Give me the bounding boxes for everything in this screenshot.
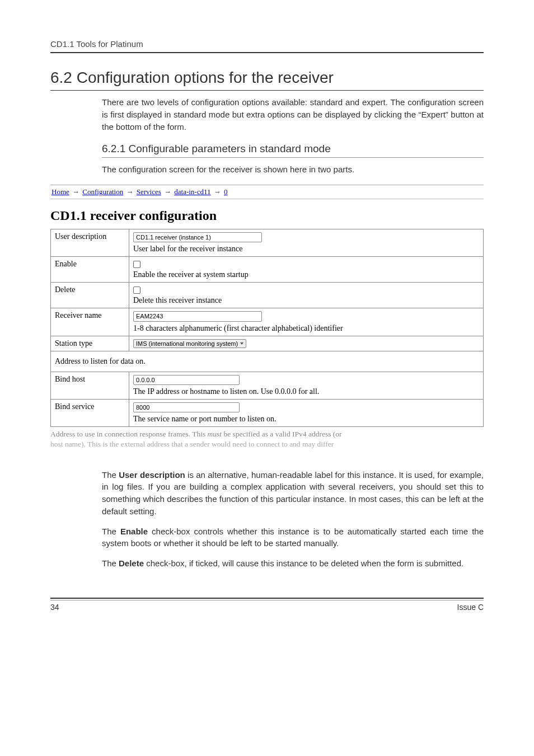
bind-host-input[interactable]: 0.0.0.0	[133, 375, 240, 385]
label-user-description: User description	[51, 229, 129, 257]
page-number: 34	[50, 603, 59, 612]
explain-user-description: The User description is an alternative, …	[102, 469, 484, 518]
row-receiver-name: Receiver name EAM2243 1-8 characters alp…	[51, 308, 484, 336]
delete-help: Delete this receiver instance	[133, 296, 479, 305]
config-table: User description CD1.1 receiver (instanc…	[50, 229, 484, 427]
breadcrumb-data-in-cd11[interactable]: data-in-cd11	[174, 187, 210, 196]
station-type-select[interactable]: IMS (international monitoring system)	[133, 339, 246, 348]
breadcrumb-sep: →	[213, 187, 222, 196]
delete-checkbox[interactable]	[133, 287, 140, 294]
breadcrumb-home[interactable]: Home	[51, 187, 69, 196]
user-description-help: User label for the receiver instance	[133, 245, 479, 253]
intro-paragraph: There are two levels of configuration op…	[102, 96, 484, 133]
label-receiver-name: Receiver name	[51, 308, 129, 336]
breadcrumb-services[interactable]: Services	[137, 187, 161, 196]
label-delete: Delete	[51, 283, 129, 308]
faded-cutoff-text: Address to use in connection response fr…	[50, 429, 484, 449]
embedded-screenshot: Home → Configuration → Services → data-i…	[50, 185, 484, 450]
label-bind-host: Bind host	[51, 372, 129, 399]
row-station-type: Station type IMS (international monitori…	[51, 336, 484, 351]
breadcrumb-configuration[interactable]: Configuration	[82, 187, 123, 196]
running-header: CD1.1 Tools for Platinum	[50, 39, 484, 53]
row-address-section: Address to listen for data on.	[51, 351, 484, 372]
page-footer: 34 Issue C	[50, 600, 484, 612]
user-description-input[interactable]: CD1.1 receiver (instance 1)	[133, 232, 262, 242]
subsection-intro: The configuration screen for the receive…	[102, 163, 484, 176]
row-bind-host: Bind host 0.0.0.0 The IP address or host…	[51, 372, 484, 399]
bind-host-help: The IP address or hostname to listen on.…	[133, 387, 479, 396]
explain-enable: The Enable check-box controls whether th…	[102, 525, 484, 550]
bind-service-help: The service name or port number to liste…	[133, 415, 479, 424]
receiver-name-input[interactable]: EAM2243	[133, 311, 262, 321]
label-station-type: Station type	[51, 336, 129, 351]
breadcrumb-sep: →	[125, 187, 134, 196]
breadcrumb: Home → Configuration → Services → data-i…	[50, 185, 484, 199]
breadcrumb-instance-0[interactable]: 0	[224, 187, 228, 196]
issue-label: Issue C	[457, 603, 484, 612]
explain-delete: The Delete check-box, if ticked, will ca…	[102, 557, 484, 570]
breadcrumb-sep: →	[163, 187, 172, 196]
enable-checkbox[interactable]	[133, 261, 140, 268]
row-delete: Delete Delete this receiver instance	[51, 283, 484, 308]
label-enable: Enable	[51, 257, 129, 283]
breadcrumb-sep: →	[71, 187, 81, 196]
receiver-name-help: 1-8 characters alphanumeric (first chara…	[133, 324, 479, 333]
config-panel-title: CD1.1 receiver configuration	[50, 208, 484, 223]
bind-service-input[interactable]: 8000	[133, 402, 240, 412]
subsection-heading: 6.2.1 Configurable parameters in standar…	[102, 143, 484, 158]
row-user-description: User description CD1.1 receiver (instanc…	[51, 229, 484, 257]
address-section-label: Address to listen for data on.	[51, 351, 484, 372]
section-heading: 6.2 Configuration options for the receiv…	[50, 69, 484, 91]
enable-help: Enable the receiver at system startup	[133, 270, 479, 279]
row-bind-service: Bind service 8000 The service name or po…	[51, 399, 484, 426]
row-enable: Enable Enable the receiver at system sta…	[51, 257, 484, 283]
label-bind-service: Bind service	[51, 399, 129, 426]
